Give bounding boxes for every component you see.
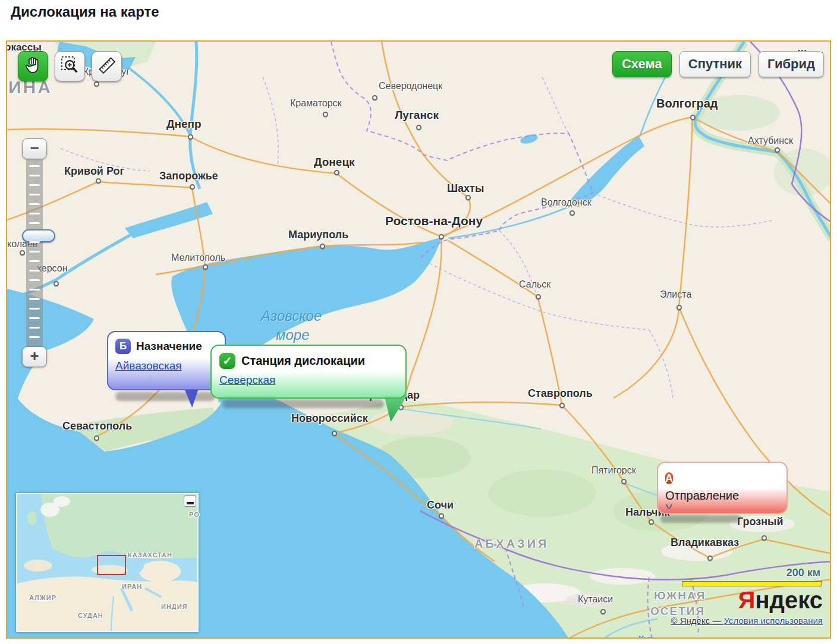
page-title: Дислокация на карте (11, 4, 159, 20)
zoom-tick (29, 175, 40, 176)
station-link[interactable]: Северская (219, 374, 275, 387)
city-dot (372, 95, 377, 100)
zoom-tick (29, 289, 40, 291)
map-type-scheme-button[interactable]: Схема (612, 51, 672, 77)
departure-station-link-clipped[interactable]: У (665, 503, 779, 509)
city-dot (690, 115, 696, 120)
zoom-tick (29, 232, 40, 233)
destination-station-link[interactable]: Айвазовская (115, 359, 182, 372)
zoom-tick (29, 194, 40, 195)
zoom-tick (29, 308, 40, 310)
minimap-viewport-rect[interactable] (97, 555, 126, 575)
city-dot (20, 250, 25, 255)
city-dot (94, 435, 99, 441)
city-dot (621, 479, 627, 484)
city-dot (54, 281, 59, 286)
zoom-tick (29, 222, 40, 224)
map-type-hybrid-button[interactable]: Гибрид (759, 51, 824, 77)
zoom-slider-track[interactable] (26, 159, 43, 346)
minimap-collapse-button[interactable] (184, 495, 196, 507)
zoom-in-button[interactable]: + (22, 346, 47, 367)
city-dot (569, 210, 575, 216)
station-balloon[interactable]: ✓ Станция дислокации Северская (210, 345, 407, 399)
city-dot (96, 178, 101, 184)
map-canvas[interactable]: ркассыКременчугЖаниДнепрСеверодонецкКрам… (6, 40, 831, 639)
ruler-icon (97, 55, 117, 78)
city-dot (416, 125, 421, 130)
station-check-icon: ✓ (219, 353, 235, 369)
city-dot (320, 244, 325, 249)
balloon-shadow (660, 515, 740, 523)
zoom-tick (29, 298, 40, 300)
zoom-tick (29, 317, 40, 319)
station-balloon-title: Станция дислокации (241, 354, 365, 368)
city-dot (334, 170, 339, 175)
zoom-select-tool-button[interactable] (55, 51, 85, 81)
hand-tool-button[interactable] (18, 51, 48, 81)
zoom-tick (29, 165, 40, 167)
city-dot (536, 294, 541, 299)
yandex-logo-ya: Я (738, 587, 756, 613)
copyright-text: © Яндекс — (671, 615, 724, 626)
city-dot (439, 234, 444, 239)
city-dot (465, 195, 471, 200)
balloon-shadow (115, 392, 215, 401)
destination-balloon[interactable]: Б Назначение Айвазовская (107, 331, 226, 390)
map-type-switcher: Схема Спутник Гибрид (612, 51, 824, 77)
magnifier-select-icon (60, 55, 80, 78)
hand-icon (23, 55, 43, 78)
city-dot (203, 264, 208, 270)
destination-balloon-title: Назначение (136, 340, 202, 353)
copyright: © Яндекс — Условия использования (671, 615, 823, 626)
zoom-tick (29, 270, 40, 272)
city-dot (190, 184, 195, 190)
city-dot (775, 147, 780, 153)
river-label: Кур (638, 633, 654, 639)
zoom-tick (29, 260, 40, 262)
city-dot (188, 134, 193, 140)
zoom-tick (29, 251, 40, 252)
map-tools (18, 51, 122, 81)
balloon-shadow (222, 399, 384, 408)
yandex-logo-rest: ндекс (755, 587, 823, 613)
city-dot (439, 513, 444, 519)
zoom-tick (29, 203, 40, 205)
minimap[interactable]: РОКАЗАХСТАНИРАНАЛЖИРСУДАНИНДИЯ (16, 493, 199, 632)
zoom-out-button[interactable]: − (22, 138, 47, 159)
map-type-satellite-button[interactable]: Спутник (679, 51, 751, 77)
zoom-tick (29, 336, 40, 338)
departure-badge-a-icon: А (665, 472, 673, 484)
city-dot (707, 555, 713, 561)
yandex-logo[interactable]: Яндекс (738, 587, 823, 614)
city-dot (600, 609, 606, 614)
terms-of-use-link[interactable]: Условия использования (724, 615, 823, 626)
city-dot (94, 81, 99, 87)
zoom-tick (29, 184, 40, 186)
zoom-tick (29, 327, 40, 329)
city-dot (323, 112, 328, 117)
ruler-tool-button[interactable] (92, 51, 122, 81)
zoom-tick (29, 213, 40, 214)
destination-badge-b-icon: Б (115, 339, 131, 354)
departure-balloon[interactable]: А Отправление У (657, 462, 788, 514)
zoom-tick (29, 241, 40, 243)
scale-label: 200 км (786, 567, 820, 579)
city-dot (332, 431, 337, 436)
departure-balloon-title: Отправление (665, 489, 779, 503)
city-dot (649, 519, 654, 525)
zoom-tick (29, 279, 40, 281)
city-dot (676, 305, 682, 310)
minimap-collapse-icon (187, 502, 194, 504)
city-dot (559, 403, 565, 408)
scale-bar (682, 581, 822, 586)
